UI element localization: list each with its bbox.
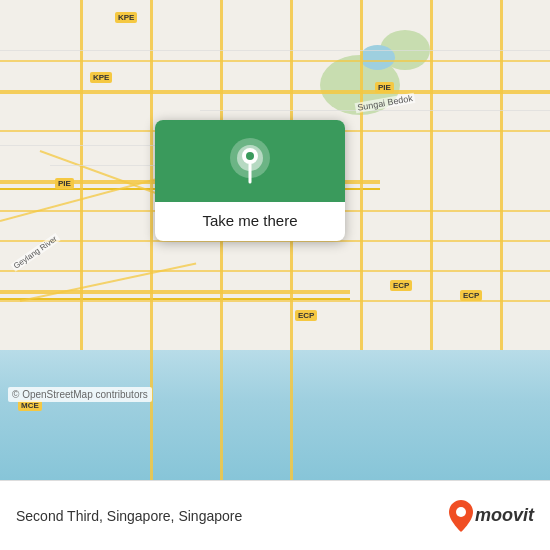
take-me-there-button[interactable]: Take me there xyxy=(155,202,345,241)
road-v xyxy=(500,0,503,350)
svg-point-3 xyxy=(246,152,254,160)
ecp-label-3: ECP xyxy=(460,290,482,301)
geylang-river-label: Geylang River xyxy=(10,233,60,272)
bottom-bar: Second Third, Singapore, Singapore moovi… xyxy=(0,480,550,550)
map-attribution: © OpenStreetMap contributors xyxy=(8,387,152,402)
pie-label-1: PIE xyxy=(55,178,74,189)
map-container: KPE KPE PIE PIE ECP ECP ECP MCE Sungai B… xyxy=(0,0,550,480)
kpe-label-2: KPE xyxy=(90,72,112,83)
sea-area xyxy=(0,350,550,480)
moovit-pin-icon xyxy=(449,500,473,532)
pie-label-2: PIE xyxy=(375,82,394,93)
road-v xyxy=(80,0,83,350)
water-body xyxy=(360,45,395,70)
road-v xyxy=(430,0,433,350)
ecp-label-1: ECP xyxy=(390,280,412,291)
kpe-label-1: KPE xyxy=(115,12,137,23)
road xyxy=(0,50,550,51)
location-pin-icon xyxy=(228,138,272,188)
ecp-label-2: ECP xyxy=(295,310,317,321)
card-header xyxy=(155,120,345,202)
road-v xyxy=(360,0,363,350)
moovit-logo: moovit xyxy=(449,500,534,532)
road xyxy=(200,110,550,111)
svg-point-4 xyxy=(456,507,466,517)
navigation-card[interactable]: Take me there xyxy=(155,120,345,241)
moovit-text: moovit xyxy=(475,505,534,526)
ecp-road-2 xyxy=(0,298,350,300)
location-text: Second Third, Singapore, Singapore xyxy=(16,508,242,524)
road-v xyxy=(150,0,153,480)
road-diag xyxy=(20,263,196,302)
